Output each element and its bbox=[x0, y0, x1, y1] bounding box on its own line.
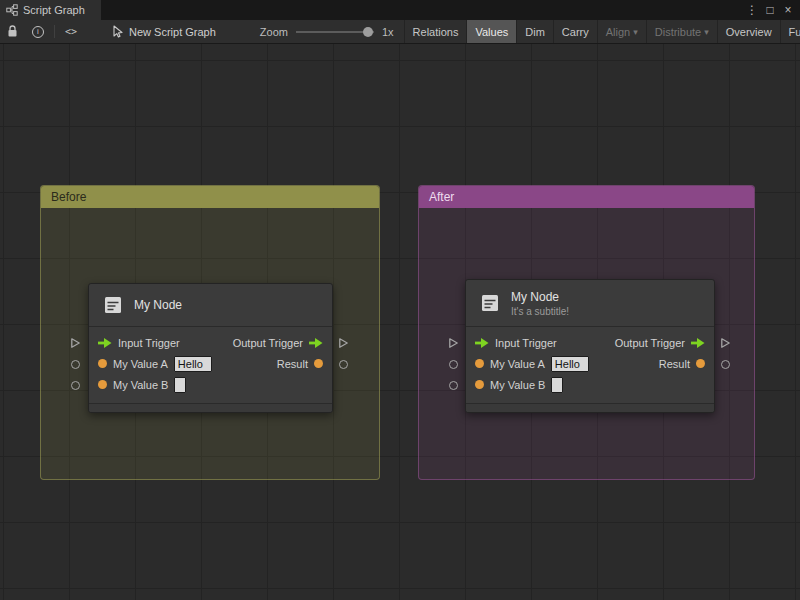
external-value-port[interactable] bbox=[71, 360, 80, 369]
node-footer bbox=[466, 403, 714, 412]
lock-icon bbox=[7, 25, 18, 38]
window-menu-button[interactable]: ⋮ bbox=[744, 1, 760, 19]
carry-button[interactable]: Carry bbox=[553, 20, 597, 44]
port-row: My Value A Result bbox=[89, 353, 332, 374]
external-flow-port[interactable] bbox=[720, 337, 731, 349]
graph-canvas[interactable]: Before After My Node bbox=[0, 44, 800, 600]
port-label: My Value B bbox=[490, 379, 545, 391]
value-input-field-small[interactable] bbox=[551, 377, 563, 393]
node-icon bbox=[478, 291, 502, 315]
close-button[interactable]: × bbox=[780, 1, 796, 19]
distribute-button[interactable]: Distribute ▾ bbox=[646, 20, 717, 44]
node-titles: My Node It's a subtitle! bbox=[511, 290, 569, 317]
port-row: My Value A Result bbox=[466, 353, 714, 374]
value-input-field[interactable] bbox=[551, 356, 589, 372]
window-controls: ⋮ □ × bbox=[744, 1, 800, 19]
external-flow-port[interactable] bbox=[70, 337, 81, 349]
circle-port-icon bbox=[449, 360, 458, 369]
lock-button[interactable] bbox=[0, 20, 25, 44]
port-row: Input Trigger Output Trigger bbox=[466, 332, 714, 353]
group-header-after[interactable]: After bbox=[419, 186, 754, 208]
zoom-level: 1x bbox=[382, 26, 394, 38]
flow-port-arrow-icon[interactable] bbox=[691, 338, 705, 348]
port-row: Input Trigger Output Trigger bbox=[89, 332, 332, 353]
script-graph-icon bbox=[6, 4, 18, 16]
group-label: After bbox=[429, 190, 454, 204]
maximize-button[interactable]: □ bbox=[762, 1, 778, 19]
external-flow-port[interactable] bbox=[338, 337, 349, 349]
port-label: Input Trigger bbox=[118, 337, 180, 349]
external-flow-port[interactable] bbox=[448, 337, 459, 349]
graph-breadcrumb[interactable]: New Script Graph bbox=[112, 25, 216, 38]
flow-port-arrow-icon[interactable] bbox=[309, 338, 323, 348]
external-value-port[interactable] bbox=[71, 381, 80, 390]
toolbar-buttons: Relations Values Dim Carry Align ▾ Distr… bbox=[404, 20, 800, 44]
value-input-field[interactable] bbox=[174, 356, 212, 372]
align-label: Align bbox=[606, 26, 630, 38]
dim-button[interactable]: Dim bbox=[516, 20, 553, 44]
value-port-dot[interactable] bbox=[98, 380, 107, 389]
value-port-dot[interactable] bbox=[98, 359, 107, 368]
port-label: Result bbox=[659, 358, 690, 370]
node-titles: My Node bbox=[134, 298, 182, 312]
external-value-port[interactable] bbox=[339, 360, 348, 369]
flow-port-arrow-icon[interactable] bbox=[98, 338, 112, 348]
value-port-dot[interactable] bbox=[475, 359, 484, 368]
node-title: My Node bbox=[511, 290, 569, 304]
fullscreen-button[interactable]: Full Scr bbox=[780, 20, 800, 44]
values-button[interactable]: Values bbox=[466, 20, 516, 44]
triangle-port-icon bbox=[720, 337, 731, 349]
value-port-dot[interactable] bbox=[696, 359, 705, 368]
external-value-port[interactable] bbox=[721, 360, 730, 369]
value-port-dot[interactable] bbox=[475, 380, 484, 389]
port-label: My Value A bbox=[490, 358, 545, 370]
circle-port-icon bbox=[339, 360, 348, 369]
distribute-label: Distribute bbox=[655, 26, 701, 38]
group-label: Before bbox=[51, 190, 86, 204]
external-value-port[interactable] bbox=[449, 381, 458, 390]
relations-button[interactable]: Relations bbox=[404, 20, 467, 44]
script-graph-tab[interactable]: Script Graph bbox=[0, 0, 101, 20]
node-header: My Node It's a subtitle! bbox=[466, 280, 714, 327]
circle-port-icon bbox=[71, 360, 80, 369]
node-before[interactable]: My Node Input Trigger Output Trigger bbox=[88, 283, 333, 413]
external-value-port[interactable] bbox=[449, 360, 458, 369]
value-input-field-small[interactable] bbox=[174, 377, 186, 393]
tab-title: Script Graph bbox=[23, 4, 85, 16]
node-ports: Input Trigger Output Trigger My Value A … bbox=[89, 327, 332, 395]
align-button[interactable]: Align ▾ bbox=[597, 20, 646, 44]
node-subtitle: It's a subtitle! bbox=[511, 306, 569, 317]
port-label: My Value B bbox=[113, 379, 168, 391]
title-bar: Script Graph ⋮ □ × bbox=[0, 0, 800, 20]
graph-name: New Script Graph bbox=[129, 26, 216, 38]
zoom-control: Zoom 1x bbox=[260, 20, 394, 44]
group-header-before[interactable]: Before bbox=[41, 186, 379, 208]
chevron-down-icon: ▾ bbox=[633, 27, 638, 37]
zoom-slider-handle[interactable] bbox=[363, 27, 373, 37]
port-label: Output Trigger bbox=[615, 337, 685, 349]
node-ports: Input Trigger Output Trigger My Value A … bbox=[466, 327, 714, 395]
inspect-button[interactable]: i bbox=[25, 20, 51, 44]
overview-button[interactable]: Overview bbox=[717, 20, 780, 44]
triangle-port-icon bbox=[70, 337, 81, 349]
graph-asset-icon bbox=[112, 25, 123, 38]
toolbar: i <> New Script Graph Zoom 1x Relations … bbox=[0, 20, 800, 44]
circle-port-icon bbox=[71, 381, 80, 390]
triangle-port-icon bbox=[338, 337, 349, 349]
port-label: Input Trigger bbox=[495, 337, 557, 349]
chevron-down-icon: ▾ bbox=[704, 27, 709, 37]
code-icon: <> bbox=[65, 26, 77, 37]
toolbar-separator bbox=[54, 25, 55, 38]
circle-port-icon bbox=[449, 381, 458, 390]
node-icon bbox=[101, 293, 125, 317]
info-icon: i bbox=[32, 26, 44, 38]
port-label: My Value A bbox=[113, 358, 168, 370]
node-header: My Node bbox=[89, 284, 332, 327]
flow-port-arrow-icon[interactable] bbox=[475, 338, 489, 348]
port-row: My Value B bbox=[89, 374, 332, 395]
code-preview-button[interactable]: <> bbox=[58, 20, 84, 44]
value-port-dot[interactable] bbox=[314, 359, 323, 368]
zoom-slider[interactable] bbox=[296, 20, 374, 44]
port-row: My Value B bbox=[466, 374, 714, 395]
node-after[interactable]: My Node It's a subtitle! Input Trigger O… bbox=[465, 279, 715, 413]
